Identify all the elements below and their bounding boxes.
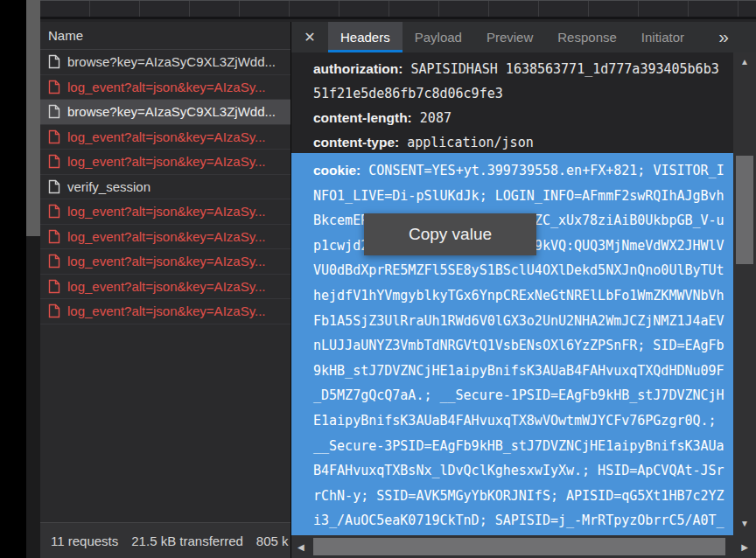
header-name: content-type: <box>313 135 399 150</box>
request-row[interactable]: log_event?alt=json&key=AIzaSy... <box>40 75 290 101</box>
scroll-right-icon[interactable]: ▶ <box>741 535 748 558</box>
request-row[interactable]: verify_session <box>40 175 290 200</box>
file-icon <box>48 204 60 219</box>
request-label: log_event?alt=json&key=AIzaSy... <box>67 229 266 244</box>
header-value: _D5MZ7gQcQ7aA.; __Secure-1PSID=EAgFb9kHB… <box>313 387 724 403</box>
plain-headers: authorization: SAPISIDHASH 1638563771_1d… <box>291 52 733 155</box>
more-tabs-icon[interactable]: » <box>718 27 726 48</box>
header-value: 51f21e5de86fb7c8d06c9fe3 <box>313 86 503 101</box>
scroll-left-icon[interactable]: ◀ <box>298 535 304 558</box>
network-overview-timeline[interactable] <box>40 0 756 19</box>
header-line: B4FAHvuxqTXBsNx_lDvQclKghesxwIyXw.; HSID… <box>313 458 733 484</box>
header-line: rChN-y; SSID=AVK5MGyYbKORJNIfS; APISID=q… <box>313 484 733 509</box>
header-value: nLUJJaUNYZ3VmbTdNRGVtQ1VsbENsOXl6YzZPSnF… <box>313 338 724 353</box>
header-value: CONSENT=YES+yt.399739558.en+FX+821; VISI… <box>360 163 724 178</box>
header-line: __Secure-3PSID=EAgFb9kHB_stJ7DVZNCjHE1ai… <box>313 434 733 459</box>
headers-content: authorization: SAPISIDHASH 1638563771_1d… <box>291 52 733 535</box>
file-icon <box>48 54 60 69</box>
header-name: authorization: <box>313 61 402 76</box>
header-value: hejdfV1hYVmgyblkyTGx6YnpCRExNeGtNRElLbFo… <box>313 288 724 303</box>
request-row[interactable]: log_event?alt=json&key=AIzaSy... <box>40 299 290 324</box>
request-label: log_event?alt=json&key=AIzaSy... <box>67 204 266 219</box>
scroll-down-icon[interactable]: ▼ <box>733 516 756 532</box>
header-value: Fb1A5SjZ3UlRraUh1RWd6V0lGX3o2UnU2NHA2WmJ… <box>313 313 724 329</box>
request-row[interactable]: log_event?alt=json&key=AIzaSy... <box>40 225 290 250</box>
request-row[interactable]: log_event?alt=json&key=AIzaSy... <box>40 150 290 175</box>
request-count: 11 requests <box>51 534 118 548</box>
file-icon <box>48 254 60 269</box>
request-row[interactable]: browse?key=AIzaSyC9XL3ZjWdd... <box>40 100 290 125</box>
tab-initiator[interactable]: Initiator <box>629 22 696 52</box>
header-value: B4FAHvuxqTXBsNx_lDvQclKghesxwIyXw.; HSID… <box>313 463 724 478</box>
header-name: content-length: <box>313 110 412 125</box>
request-row[interactable]: log_event?alt=json&key=AIzaSy... <box>40 275 290 300</box>
background-scrollbar-thumb[interactable] <box>26 0 40 236</box>
request-row[interactable]: log_event?alt=json&key=AIzaSy... <box>40 199 290 225</box>
scroll-up-icon[interactable]: ▲ <box>733 54 756 70</box>
request-details-pane: ✕ HeadersPayloadPreviewResponseInitiator… <box>291 22 756 558</box>
header-value: 9kHB_stJ7DVZNCjHE1aipyBnifsK3AUaB4FAHvux… <box>313 363 724 379</box>
header-value: VU0dBdXprRE5MZFl5SE8yS1BSclU4OXlDekd5NXJ… <box>313 262 724 278</box>
vertical-scrollbar-thumb[interactable] <box>736 156 753 264</box>
file-icon <box>48 179 60 194</box>
name-column-header[interactable]: Name <box>40 22 290 50</box>
header-line: content-length: 2087 <box>313 106 733 130</box>
header-value: rChN-y; SSID=AVK5MGyYbKORJNIfS; APISID=q… <box>313 488 724 504</box>
tab-list: HeadersPayloadPreviewResponseInitiator <box>328 22 696 52</box>
cookie-header-selected[interactable]: cookie: CONSENT=YES+yt.399739558.en+FX+8… <box>291 153 733 535</box>
file-icon <box>48 154 60 169</box>
request-list-pane: Name browse?key=AIzaSyC9XL3ZjWdd... log_… <box>40 22 291 558</box>
header-line: _D5MZ7gQcQ7aA.; __Secure-1PSID=EAgFb9kHB… <box>313 383 733 408</box>
file-icon <box>48 279 60 294</box>
header-value: SAPISIDHASH 1638563771_1d777a393405b6b3 <box>402 61 718 77</box>
header-value: 2087 <box>412 110 452 126</box>
request-label: log_event?alt=json&key=AIzaSy... <box>67 154 266 169</box>
file-icon <box>48 80 60 94</box>
request-label: log_event?alt=json&key=AIzaSy... <box>67 303 266 318</box>
request-label: log_event?alt=json&key=AIzaSy... <box>67 279 266 294</box>
request-row[interactable]: log_event?alt=json&key=AIzaSy... <box>40 125 290 150</box>
header-line: content-type: application/json <box>313 130 733 155</box>
request-label: browse?key=AIzaSyC9XL3ZjWdd... <box>67 104 276 119</box>
header-line: hejdfV1hYVmgyblkyTGx6YnpCRExNeGtNRElLbFo… <box>313 283 733 309</box>
header-value: i3_/AuOC5eaK0719CkTnD; SAPISID=j_-MrRTpy… <box>313 513 724 528</box>
request-label: verify_session <box>67 179 150 194</box>
request-label: browse?key=AIzaSyC9XL3ZjWdd... <box>67 54 276 69</box>
file-icon <box>48 129 60 144</box>
file-icon <box>48 303 60 318</box>
header-line: NFO1_LIVE=Di-pSlUKdJk; LOGIN_INFO=AFmmF2… <box>313 184 733 209</box>
background-scrollbar[interactable] <box>26 0 40 558</box>
request-label: log_event?alt=json&key=AIzaSy... <box>67 129 266 144</box>
transferred-size: 21.5 kB transferred <box>131 534 243 548</box>
request-row[interactable]: browse?key=AIzaSyC9XL3ZjWdd... <box>40 50 290 75</box>
request-label: log_event?alt=json&key=AIzaSy... <box>67 80 266 94</box>
header-line: Fb1A5SjZ3UlRraUh1RWd6V0lGX3o2UnU2NHA2WmJ… <box>313 309 733 334</box>
request-row[interactable]: log_event?alt=json&key=AIzaSy... <box>40 249 290 275</box>
devtools-network-panel: Name browse?key=AIzaSyC9XL3ZjWdd... log_… <box>40 0 756 558</box>
header-line: 9kHB_stJ7DVZNCjHE1aipyBnifsK3AUaB4FAHvux… <box>313 359 733 384</box>
horizontal-scrollbar-thumb[interactable] <box>313 538 725 555</box>
tab-preview[interactable]: Preview <box>474 22 545 52</box>
devtools-screen: Name browse?key=AIzaSyC9XL3ZjWdd... log_… <box>0 0 756 558</box>
header-line: cookie: CONSENT=YES+yt.399739558.en+FX+8… <box>313 158 733 184</box>
tab-payload[interactable]: Payload <box>402 22 474 52</box>
network-status-bar: 11 requests 21.5 kB transferred 805 k <box>40 522 290 558</box>
request-list: browse?key=AIzaSyC9XL3ZjWdd... log_event… <box>40 50 290 324</box>
header-line: 51f21e5de86fb7c8d06c9fe3 <box>313 81 733 106</box>
header-line: authorization: SAPISIDHASH 1638563771_1d… <box>313 57 733 81</box>
request-label: log_event?alt=json&key=AIzaSy... <box>67 254 266 269</box>
file-icon <box>48 229 60 244</box>
file-icon <box>48 104 60 119</box>
header-line: i3_/AuOC5eaK0719CkTnD; SAPISID=j_-MrRTpy… <box>313 508 733 534</box>
horizontal-scrollbar[interactable]: ◀ ▶ <box>291 535 756 558</box>
tab-response[interactable]: Response <box>545 22 629 52</box>
vertical-scrollbar[interactable]: ▲ ▼ <box>733 52 756 535</box>
header-value: NFO1_LIVE=Di-pSlUKdJk; LOGIN_INFO=AFmmF2… <box>313 188 724 204</box>
copy-value-button[interactable]: Copy value <box>364 213 536 255</box>
header-line: VU0dBdXprRE5MZFl5SE8yS1BSclU4OXlDekd5NXJ… <box>313 258 733 283</box>
header-line: E1aipyBnifsK3AUaB4FAHvuxqTX8wVOwtmWJYCFv… <box>313 408 733 434</box>
tab-headers[interactable]: Headers <box>328 22 402 52</box>
close-icon[interactable]: ✕ <box>291 22 328 52</box>
header-line: nLUJJaUNYZ3VmbTdNRGVtQ1VsbENsOXl6YzZPSnF… <box>313 333 733 359</box>
header-value: E1aipyBnifsK3AUaB4FAHvuxqTX8wVOwtmWJYCFv… <box>313 413 717 429</box>
